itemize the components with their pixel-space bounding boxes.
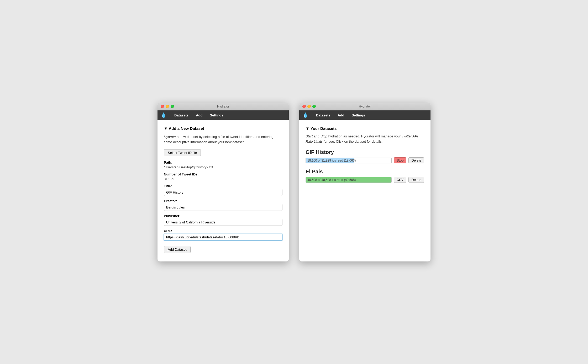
title-group: Title: [164, 184, 282, 196]
nav-settings-left[interactable]: Settings [206, 111, 227, 119]
nav-datasets-left[interactable]: Datasets [171, 111, 192, 119]
dataset-el-pais-name: El Pais [306, 169, 424, 175]
title-label: Title: [164, 184, 282, 188]
tweet-ids-value: 31,929 [164, 177, 282, 181]
traffic-lights-left [161, 105, 174, 108]
gif-history-progress-bar: 18,100 of 31,929 ids read (18,063) [306, 158, 392, 163]
gif-history-delete-button[interactable]: Delete [408, 157, 424, 163]
dataset-gif-history[interactable]: GIF History 18,100 of 31,929 ids read (1… [306, 149, 424, 163]
publisher-group: Publisher: [164, 214, 282, 226]
add-dataset-desc: Hydrate a new dataset by selecting a fil… [164, 134, 282, 144]
add-dataset-title: ▼ Add a New Dataset [164, 126, 282, 131]
url-group: URL: [164, 229, 282, 241]
nav-add-left[interactable]: Add [192, 111, 206, 119]
right-titlebar: Hydrator [299, 103, 430, 110]
dataset-el-pais[interactable]: El Pais 40,508 of 40,508 ids read (40,50… [306, 169, 424, 183]
el-pais-progress-row: 40,508 of 40,508 ids read (40,508) CSV D… [306, 177, 424, 183]
right-navbar: 💧 Datasets Add Settings [299, 110, 430, 120]
maximize-button-left[interactable] [171, 105, 174, 108]
path-group: Path: /Users/ed/Desktop/gifhistory2.txt [164, 160, 282, 169]
right-content: ▼ Your Datasets Start and Stop hydration… [299, 120, 430, 261]
creator-group: Creator: [164, 199, 282, 211]
creator-input[interactable] [164, 204, 282, 211]
publisher-label: Publisher: [164, 214, 282, 218]
nav-logo-right: 💧 [302, 112, 308, 118]
title-input[interactable] [164, 189, 282, 196]
gif-history-progress-label: 18,100 of 31,929 ids read (18,063) [307, 159, 356, 162]
close-button-left[interactable] [161, 105, 164, 108]
tweet-ids-group: Number of Tweet IDs: 31,929 [164, 172, 282, 181]
gif-history-stop-button[interactable]: Stop [394, 157, 407, 163]
url-input[interactable] [164, 234, 282, 241]
nav-add-right[interactable]: Add [334, 111, 348, 119]
tweet-ids-label: Number of Tweet IDs: [164, 172, 282, 176]
nav-datasets-right[interactable]: Datasets [312, 111, 334, 119]
dataset-gif-history-name: GIF History [306, 149, 424, 155]
datasets-description: Start and Stop hydration as needed. Hydr… [306, 134, 424, 144]
left-window: Hydrator 💧 Datasets Add Settings ▼ Add a… [158, 103, 289, 261]
left-navbar: 💧 Datasets Add Settings [158, 110, 289, 120]
el-pais-csv-button[interactable]: CSV [394, 177, 407, 183]
right-window: Hydrator 💧 Datasets Add Settings ▼ Your … [299, 103, 430, 261]
add-dataset-button[interactable]: Add Dataset [164, 246, 191, 253]
path-label: Path: [164, 160, 282, 164]
close-button-right[interactable] [302, 105, 306, 108]
url-label: URL: [164, 229, 282, 233]
nav-logo-left: 💧 [161, 112, 166, 118]
el-pais-progress-label: 40,508 of 40,508 ids read (40,508) [307, 178, 356, 182]
nav-settings-right[interactable]: Settings [348, 111, 369, 119]
publisher-input[interactable] [164, 219, 282, 226]
el-pais-progress-bar: 40,508 of 40,508 ids read (40,508) [306, 177, 392, 183]
creator-label: Creator: [164, 199, 282, 203]
left-window-title: Hydrator [217, 105, 229, 108]
left-titlebar: Hydrator [158, 103, 289, 110]
minimize-button-right[interactable] [307, 105, 311, 108]
left-content: ▼ Add a New Dataset Hydrate a new datase… [158, 120, 289, 261]
maximize-button-right[interactable] [312, 105, 316, 108]
el-pais-delete-button[interactable]: Delete [408, 177, 424, 183]
right-window-title: Hydrator [359, 105, 371, 108]
select-tweet-id-file-button[interactable]: Select Tweet ID file [164, 149, 201, 156]
minimize-button-left[interactable] [166, 105, 169, 108]
your-datasets-title: ▼ Your Datasets [306, 126, 424, 131]
gif-history-progress-row: 18,100 of 31,929 ids read (18,063) Stop … [306, 157, 424, 163]
traffic-lights-right [302, 105, 316, 108]
path-value: /Users/ed/Desktop/gifhistory2.txt [164, 165, 282, 169]
